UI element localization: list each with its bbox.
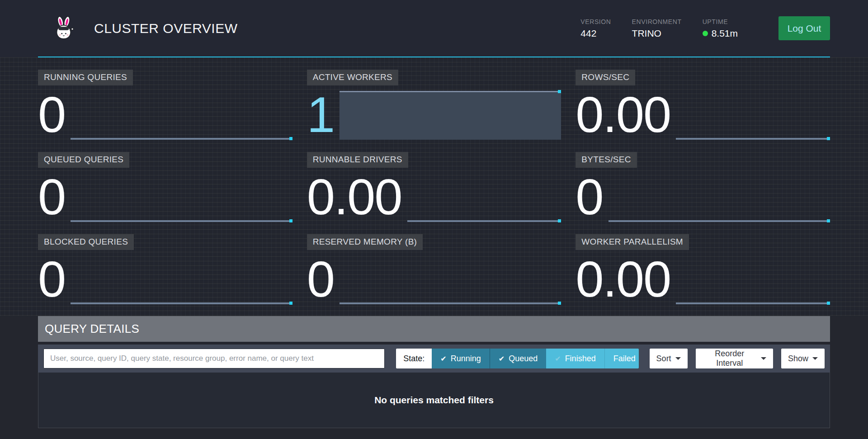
check-icon: ✔ xyxy=(440,354,446,363)
sparkline-dot-icon xyxy=(827,219,830,222)
stat-label: BYTES/SEC xyxy=(576,152,637,168)
stat-value: 0 xyxy=(38,90,65,140)
sparkline-chart xyxy=(340,91,561,140)
show-dropdown-button[interactable]: Show xyxy=(781,349,825,368)
chevron-down-icon xyxy=(761,357,766,360)
environment-value: TRINO xyxy=(632,28,682,39)
stat-label: BLOCKED QUERIES xyxy=(38,234,134,250)
sparkline-chart xyxy=(71,255,292,304)
stat-label: WORKER PARALLELISM xyxy=(576,234,689,250)
sparkline-chart xyxy=(609,173,830,222)
sparkline-chart xyxy=(407,173,561,222)
sparkline-dot-icon xyxy=(558,90,561,93)
sparkline-dot-icon xyxy=(289,302,292,305)
environment-info: ENVIRONMENT TRINO xyxy=(632,18,682,39)
stat-card-blocked-queries: BLOCKED QUERIES 0 xyxy=(38,234,292,304)
stat-card-rows-per-sec: ROWS/SEC 0.00 xyxy=(576,70,830,140)
sparkline-chart xyxy=(676,255,830,304)
check-icon: ✔ xyxy=(555,354,561,363)
stat-value: 0 xyxy=(38,172,65,222)
sparkline-chart xyxy=(71,91,292,140)
stat-value: 0.00 xyxy=(576,90,670,140)
sparkline-dot-icon xyxy=(827,302,830,305)
version-label: VERSION xyxy=(580,18,611,25)
sparkline-dot-icon xyxy=(558,219,561,222)
stat-label: RUNNABLE DRIVERS xyxy=(307,152,408,168)
logout-button[interactable]: Log Out xyxy=(778,16,830,40)
uptime-status-dot-icon xyxy=(703,31,708,36)
empty-state-message: No queries matched filters xyxy=(374,395,494,406)
stat-card-reserved-memory: RESERVED MEMORY (B) 0 xyxy=(307,234,561,304)
stat-card-active-workers: ACTIVE WORKERS 1 xyxy=(307,70,561,140)
stat-card-runnable-drivers: RUNNABLE DRIVERS 0.00 xyxy=(307,152,561,222)
chevron-down-icon xyxy=(812,357,818,360)
stat-value: 1 xyxy=(307,90,334,140)
sparkline-chart xyxy=(676,91,830,140)
stat-value: 0 xyxy=(38,255,65,304)
stat-value: 0.00 xyxy=(576,255,670,304)
sparkline-dot-icon xyxy=(289,219,292,222)
reorder-interval-dropdown-button[interactable]: Reorder Interval xyxy=(696,349,773,368)
app-header: CLUSTER OVERVIEW VERSION 442 ENVIRONMENT… xyxy=(0,0,868,57)
sparkline-chart xyxy=(340,255,561,304)
stat-card-running-queries: RUNNING QUERIES 0 xyxy=(38,70,292,140)
uptime-info: UPTIME 8.51m xyxy=(703,18,738,39)
sparkline-dot-icon xyxy=(289,137,292,140)
stat-label: RESERVED MEMORY (B) xyxy=(307,234,423,250)
uptime-value: 8.51m xyxy=(712,28,738,39)
trino-bunny-logo-icon xyxy=(53,16,75,41)
state-filter-label: State: xyxy=(396,349,432,368)
check-icon: ✔ xyxy=(499,354,505,363)
stat-label: QUEUED QUERIES xyxy=(38,152,129,168)
stat-value: 0 xyxy=(576,172,603,222)
sparkline-chart xyxy=(71,173,292,222)
query-list-empty-state: No queries matched filters xyxy=(38,373,830,428)
sort-dropdown-button[interactable]: Sort xyxy=(650,349,688,368)
uptime-label: UPTIME xyxy=(703,18,738,25)
stat-label: ROWS/SEC xyxy=(576,70,635,85)
stat-value: 0 xyxy=(307,255,334,304)
state-filter-group: State: ✔ Running ✔ Queued ✔ Finished Fai… xyxy=(396,349,638,368)
query-search-input[interactable] xyxy=(43,349,385,368)
query-filter-toolbar: State: ✔ Running ✔ Queued ✔ Finished Fai… xyxy=(38,345,830,373)
cluster-stats-grid: RUNNING QUERIES 0 ACTIVE WORKERS 1 ROWS/… xyxy=(0,57,868,316)
filter-running-button[interactable]: ✔ Running xyxy=(432,349,489,368)
filter-finished-button[interactable]: ✔ Finished xyxy=(546,349,604,368)
filter-failed-dropdown-button[interactable]: Failed xyxy=(604,349,639,368)
sparkline-dot-icon xyxy=(827,137,830,140)
version-value: 442 xyxy=(580,28,611,39)
filter-queued-button[interactable]: ✔ Queued xyxy=(490,349,546,368)
page-title: CLUSTER OVERVIEW xyxy=(94,21,238,36)
query-details-title: QUERY DETAILS xyxy=(38,316,830,342)
sparkline-dot-icon xyxy=(558,302,561,305)
query-details-section: QUERY DETAILS State: ✔ Running ✔ Queued … xyxy=(38,316,830,428)
stat-label: RUNNING QUERIES xyxy=(38,70,133,85)
stat-value: 0.00 xyxy=(307,172,402,222)
chevron-down-icon xyxy=(675,357,681,360)
environment-label: ENVIRONMENT xyxy=(632,18,682,25)
stat-card-queued-queries: QUEUED QUERIES 0 xyxy=(38,152,292,222)
version-info: VERSION 442 xyxy=(580,18,611,39)
stat-label: ACTIVE WORKERS xyxy=(307,70,398,85)
stat-card-worker-parallelism: WORKER PARALLELISM 0.00 xyxy=(576,234,830,304)
stat-card-bytes-per-sec: BYTES/SEC 0 xyxy=(576,152,830,222)
